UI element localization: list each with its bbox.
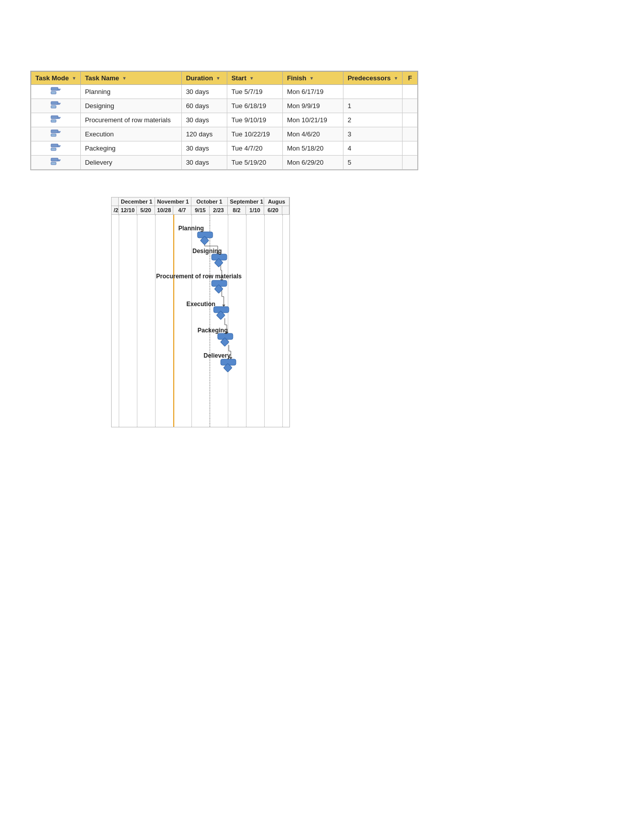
table-row: Procurement of row materials 30 days Tue… [31,113,418,127]
finish-cell: Mon 4/6/20 [283,127,343,141]
gantt-col-line [191,215,192,427]
gantt-label-procurement: Procurement of row materials [156,273,241,280]
table-row: Planning 30 days Tue 5/7/19 Mon 6/17/19 [31,85,418,99]
finish-dropdown-icon[interactable]: ▼ [309,76,314,81]
gantt-date-cell: 6/20 [264,206,282,214]
col-header-task-mode[interactable]: Task Mode ▼ [31,72,81,85]
svg-rect-46 [218,333,233,339]
svg-rect-0 [51,87,58,90]
predecessors-cell: 4 [343,141,403,156]
task-mode-cell [31,99,81,113]
gantt-dotted-line [210,215,210,427]
svg-rect-38 [197,232,213,238]
table-row: Execution 120 days Tue 10/22/19 Mon 4/6/… [31,127,418,141]
col-header-f[interactable]: F [403,72,418,85]
predecessors-cell: 2 [343,113,403,127]
col-header-duration[interactable]: Duration ▼ [182,72,227,85]
svg-rect-8 [51,120,56,122]
gantt-label-delievery: Delievery [204,352,230,359]
task-table: Task Mode ▼ Task Name ▼ Duration ▼ [31,71,418,170]
finish-cell: Mon 9/9/19 [283,99,343,113]
svg-rect-14 [51,148,56,151]
svg-rect-39 [201,236,209,245]
gantt-label-planning: Planning [178,225,204,232]
predecessors-dropdown-icon[interactable]: ▼ [393,76,398,81]
duration-cell: 30 days [182,141,227,156]
gantt-date-cell: 8/2 [228,206,246,214]
svg-marker-29 [222,305,225,307]
col-header-predecessors[interactable]: Predecessors ▼ [343,72,403,85]
gantt-col-line [228,215,228,427]
svg-rect-42 [212,280,227,286]
f-cell [403,85,418,99]
gantt-header-dates: /2 12/10 5/20 10/28 4/7 9/15 2/23 8/2 1/… [112,206,289,215]
svg-rect-6 [51,116,58,119]
task-mode-icon [51,131,62,139]
start-cell: Tue 9/10/19 [227,113,283,127]
start-cell: Tue 10/22/19 [227,127,283,141]
gantt-date-cell: 4/7 [173,206,191,214]
col-header-finish[interactable]: Finish ▼ [283,72,343,85]
task-mode-cell [31,141,81,156]
task-name-cell: Delievery [81,156,182,170]
svg-rect-5 [51,106,56,108]
start-cell: Tue 4/7/20 [227,141,283,156]
duration-cell: 120 days [182,127,227,141]
svg-marker-4 [58,103,61,105]
svg-rect-11 [51,134,56,136]
gantt-body: Planning Designing Procurement of row ma… [112,215,289,427]
task-mode-dropdown-icon[interactable]: ▼ [72,76,76,81]
gantt-date-cell: 10/28 [155,206,173,214]
start-dropdown-icon[interactable]: ▼ [250,76,254,81]
svg-rect-45 [217,311,225,320]
task-name-cell: Procurement of row materials [81,113,182,127]
table-row: Delievery 30 days Tue 5/19/20 Mon 6/29/2… [31,156,418,170]
task-name-dropdown-icon[interactable]: ▼ [122,76,127,81]
task-name-cell: Designing [81,99,182,113]
gantt-col-line [246,215,246,427]
task-mode-cell [31,85,81,99]
gantt-date-cell: /2 [112,206,119,214]
svg-rect-2 [51,91,56,94]
svg-marker-16 [58,160,61,161]
svg-rect-41 [215,259,223,267]
task-name-cell: Execution [81,127,182,141]
task-table-wrapper: Task Mode ▼ Task Name ▼ Duration ▼ [30,71,418,170]
task-mode-icon [51,89,62,96]
svg-rect-43 [215,285,223,293]
finish-cell: Mon 5/18/20 [283,141,343,156]
gantt-month-november: November 1 [155,198,191,206]
start-cell: Tue 5/19/20 [227,156,283,170]
task-name-cell: Packeging [81,141,182,156]
finish-cell: Mon 6/17/19 [283,85,343,99]
finish-cell: Mon 6/29/20 [283,156,343,170]
gantt-chart-wrapper: December 1 November 1 October 1 Septembe… [111,197,290,427]
svg-marker-7 [58,117,61,119]
gantt-label-packeging: Packeging [197,327,228,334]
gantt-header-months: December 1 November 1 October 1 Septembe… [112,198,289,206]
svg-rect-17 [51,162,56,165]
duration-cell: 30 days [182,85,227,99]
gantt-col-line [119,215,119,427]
f-cell [403,99,418,113]
gantt-col-line [264,215,265,427]
gantt-label-designing: Designing [192,248,222,255]
svg-marker-13 [58,145,61,147]
gantt-month-august: Augus [264,198,289,206]
task-mode-icon [51,160,62,167]
svg-rect-15 [51,158,58,161]
col-header-task-name[interactable]: Task Name ▼ [81,72,182,85]
task-mode-icon [51,117,62,125]
gantt-col-line [282,215,283,427]
duration-cell: 30 days [182,156,227,170]
table-row: Packeging 30 days Tue 4/7/20 Mon 5/18/20… [31,141,418,156]
start-cell: Tue 5/7/19 [227,85,283,99]
f-cell [403,141,418,156]
gantt-date-cell: 2/23 [210,206,228,214]
duration-dropdown-icon[interactable]: ▼ [216,76,221,81]
svg-marker-1 [58,89,61,90]
gantt-month-december: December 1 [119,198,155,206]
predecessors-cell: 5 [343,156,403,170]
start-cell: Tue 6/18/19 [227,99,283,113]
col-header-start[interactable]: Start ▼ [227,72,283,85]
